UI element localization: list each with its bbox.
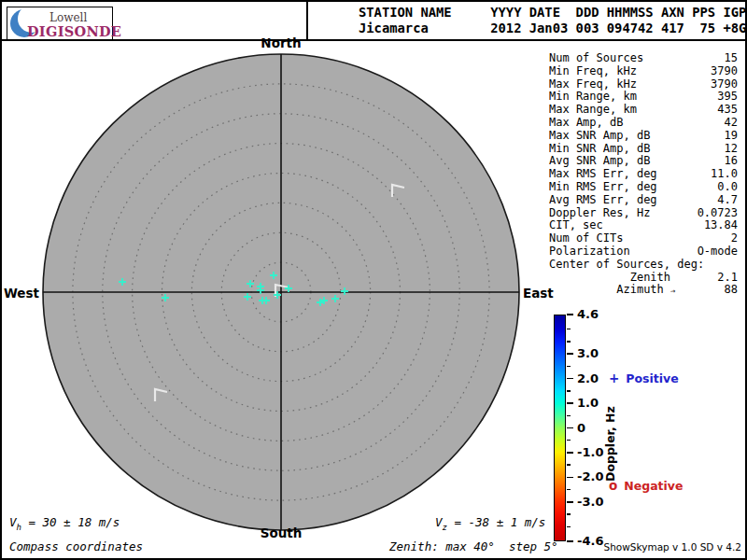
colorbar-tick-label: 3.0: [577, 346, 599, 360]
legend-negative: oNegative: [609, 478, 684, 493]
zenith-range-note: Zenith: max 40° step 5°: [389, 539, 558, 553]
colorbar-tick-label: -3.0: [577, 495, 603, 509]
stats-row-value: 3790: [711, 78, 738, 91]
stats-row-label: Num of CITs: [549, 232, 623, 245]
vh-symbol: V: [9, 515, 17, 529]
software-version-label: ShowSkymap v 1.0 SD v 4.2: [603, 541, 741, 553]
stats-row-label: Max SNR Amp, dB: [549, 130, 650, 143]
colorbar-minor-tick: [567, 329, 571, 329]
colorbar-tick-label: 4.6: [577, 307, 599, 321]
stats-row: Min SNR Amp, dB12: [549, 143, 738, 156]
colorbar-major-tick: [567, 540, 573, 542]
stats-row: Max Freq, kHz3790: [549, 78, 738, 91]
colorbar-minor-tick: [567, 341, 571, 342]
vz-value: = -38 ± 1 m/s: [447, 515, 545, 529]
legend-negative-label: Negative: [624, 479, 683, 493]
colorbar-minor-tick: [567, 526, 571, 527]
colorbar-minor-tick: [567, 366, 571, 367]
logo-digisonde-text: DIGISONDE: [27, 23, 121, 39]
stats-row: Min Freq, kHz3790: [549, 65, 738, 78]
colorbar-minor-tick: [567, 489, 571, 490]
stats-row-label: Min RMS Err, deg: [549, 181, 657, 194]
colorbar-tick-label: 2.0: [577, 371, 599, 385]
colorbar-major-tick: [567, 501, 573, 503]
colorbar-minor-tick: [567, 440, 571, 441]
stats-row-value: 2: [731, 232, 738, 245]
azimuth-direction-icon: ↗: [667, 285, 679, 298]
coordinates-mode-label: Compass coordinates: [9, 539, 143, 553]
horizontal-velocity-readout: Vh = 30 ± 18 m/s: [9, 515, 120, 532]
colorbar-tick-label: -2.0: [577, 469, 603, 483]
stats-row-value: 395: [717, 91, 738, 104]
colorbar-tick-label: -4.6: [577, 534, 603, 548]
colorbar-major-tick: [567, 378, 573, 380]
stats-row-value: 12: [725, 143, 738, 156]
colorbar-tick-label: -1.0: [577, 445, 603, 459]
colorbar-minor-tick: [567, 464, 571, 465]
header-columns: STATION NAME YYYY DATE DDD HHMMSS AXN PP…: [359, 5, 746, 21]
stats-row-label: Doppler Res, Hz: [549, 207, 650, 220]
stats-row-label: Max Amp, dB: [549, 117, 623, 130]
stats-row-label: CIT, sec: [549, 219, 603, 232]
colorbar: 4.63.02.01.00-1.0-2.0-3.0-4.6: [554, 315, 610, 541]
stats-row: Zenith2.1: [549, 272, 738, 285]
stats-row-label: Avg RMS Err, deg: [549, 194, 657, 207]
stats-row-value: 42: [725, 117, 738, 130]
lowell-digisonde-logo: Lowell DIGISONDE: [7, 7, 113, 40]
stats-row-value: 15: [725, 52, 738, 65]
stats-row-value: 435: [717, 104, 738, 117]
colorbar-tick-label: 1.0: [577, 396, 599, 410]
colorbar-major-tick: [567, 477, 573, 479]
colorbar-minor-tick: [567, 415, 571, 416]
colorbar-major-tick: [567, 402, 573, 404]
compass-label-south: South: [252, 525, 310, 540]
header-values: Jicamarca 2012 Jan03 003 094742 417 75 +…: [359, 21, 746, 36]
legend-positive-label: Positive: [626, 371, 678, 385]
stats-row-label: Min Range, km: [549, 91, 637, 104]
stats-row: Doppler Res, Hz0.0723: [549, 207, 738, 220]
vz-symbol: V: [435, 515, 443, 529]
stats-row-value: O-mode: [698, 245, 738, 259]
colorbar-tick-label: 0: [577, 421, 585, 435]
colorbar-minor-tick: [567, 390, 571, 391]
stats-row-value: 88: [725, 284, 738, 298]
colorbar-major-tick: [567, 353, 573, 355]
stats-row-label: Min Freq, kHz: [549, 65, 637, 78]
stats-row: CIT, sec13.84: [549, 219, 738, 232]
circle-marker-icon: o: [609, 478, 617, 493]
stats-row: Azimuth↗88: [549, 284, 738, 298]
logo-lowell-text: Lowell: [49, 11, 87, 24]
stats-row-value: 4.7: [717, 194, 738, 207]
plus-marker-icon: +: [609, 371, 619, 385]
colorbar-minor-tick: [567, 513, 571, 514]
stats-row: Min Range, km395: [549, 91, 738, 104]
stats-panel: Num of Sources15Min Freq, kHz3790Max Fre…: [549, 52, 738, 298]
stats-row: Avg RMS Err, deg4.7: [549, 194, 738, 207]
stats-row-value: 13.84: [704, 219, 738, 232]
stats-row: Min RMS Err, deg0.0: [549, 181, 738, 194]
stats-row-label: Avg SNR Amp, dB: [549, 155, 650, 168]
stats-row-label: Max Freq, kHz: [549, 78, 637, 91]
compass-label-north: North: [252, 35, 310, 50]
stats-row: Center of Sources, deg:: [549, 259, 738, 272]
header-divider: [306, 2, 308, 39]
legend-positive: +Positive: [609, 371, 679, 385]
stats-row-label: Zenith: [549, 272, 670, 285]
stats-row: Max RMS Err, deg11.0: [549, 168, 738, 181]
stats-row-value: 11.0: [711, 168, 738, 181]
vertical-velocity-readout: Vz = -38 ± 1 m/s: [435, 515, 545, 532]
stats-row: Max Amp, dB42: [549, 117, 738, 130]
colorbar-major-tick: [567, 314, 573, 315]
stats-row-label: Polarization: [549, 245, 630, 259]
colorbar-gradient: [554, 315, 566, 541]
stats-row: Max SNR Amp, dB19: [549, 130, 738, 143]
stats-row-value: 19: [725, 130, 738, 143]
compass-label-west: West: [0, 286, 39, 301]
stats-row: Avg SNR Amp, dB16: [549, 155, 738, 168]
colorbar-axis-label: Doppler, Hz: [603, 406, 617, 482]
vh-value: = 30 ± 18 m/s: [21, 515, 120, 529]
stats-row-label: Min SNR Amp, dB: [549, 143, 650, 156]
stats-row-value: 3790: [711, 65, 738, 78]
stats-row-label: Azimuth↗: [549, 284, 675, 298]
stats-row-value: 0.0: [717, 181, 738, 194]
